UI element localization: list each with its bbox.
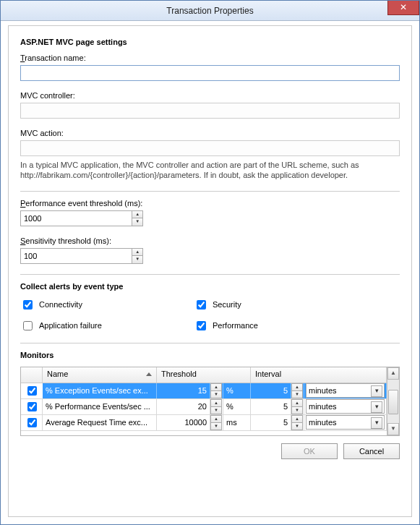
- spin-up-icon[interactable]: ▲: [291, 415, 303, 422]
- row-checkbox-cell: [21, 415, 43, 430]
- ok-button[interactable]: OK: [281, 443, 338, 459]
- close-button[interactable]: ✕: [387, 1, 419, 15]
- check-app-failure[interactable]: Application failure: [20, 319, 194, 333]
- col-name[interactable]: Name: [43, 367, 157, 383]
- separator-1: [20, 191, 400, 192]
- spinner-buttons[interactable]: ▲▼: [132, 211, 142, 226]
- row-threshold-value[interactable]: 15: [157, 383, 210, 398]
- spin-up-icon[interactable]: ▲: [132, 249, 142, 257]
- interval-unit-dropdown[interactable]: minutes: [306, 399, 385, 414]
- row-checkbox[interactable]: [27, 386, 37, 396]
- interval-unit-dropdown[interactable]: minutes: [306, 415, 385, 430]
- row-threshold-spin[interactable]: ▲▼: [210, 383, 223, 398]
- row-name: Average Request Time exc...: [43, 415, 157, 430]
- connectivity-checkbox[interactable]: [23, 300, 33, 310]
- row-threshold-value[interactable]: 20: [157, 399, 210, 414]
- spin-down-icon[interactable]: ▼: [291, 422, 303, 430]
- row-interval-unit[interactable]: minutes: [304, 383, 387, 398]
- row-threshold-spin[interactable]: ▲▼: [210, 415, 223, 430]
- row-interval-spin[interactable]: ▲▼: [291, 399, 304, 414]
- sensitivity-input[interactable]: [21, 249, 132, 263]
- scroll-thumb[interactable]: [388, 390, 398, 414]
- separator-2: [20, 274, 400, 275]
- cancel-button[interactable]: Cancel: [343, 443, 400, 459]
- spin-up-icon[interactable]: ▲: [210, 399, 222, 406]
- row-threshold-value[interactable]: 10000: [157, 415, 210, 430]
- content-panel: ASP.NET MVC page settings Transaction na…: [8, 25, 412, 517]
- spinner-buttons[interactable]: ▲▼: [132, 249, 142, 263]
- close-icon: ✕: [400, 2, 407, 12]
- perf-threshold-label: Performance event threshold (ms):: [20, 199, 400, 208]
- row-interval-spin[interactable]: ▲▼: [291, 383, 304, 398]
- perf-threshold-spinner[interactable]: ▲▼: [20, 210, 143, 226]
- col-checkbox[interactable]: [21, 367, 43, 383]
- spin-up-icon[interactable]: ▲: [132, 211, 142, 219]
- app-failure-checkbox[interactable]: [23, 321, 33, 330]
- check-performance[interactable]: Performance: [194, 319, 367, 333]
- window-title: Transaction Properties: [166, 6, 253, 16]
- check-connectivity[interactable]: Connectivity: [20, 298, 194, 312]
- sensitivity-label: Sensitivity threshold (ms):: [20, 236, 400, 245]
- scroll-track[interactable]: [387, 380, 399, 423]
- row-interval-unit[interactable]: minutes: [304, 415, 387, 430]
- connectivity-label: Connectivity: [39, 300, 82, 309]
- row-threshold-unit: ms: [223, 415, 251, 430]
- spin-down-icon[interactable]: ▼: [210, 390, 222, 398]
- titlebar: Transaction Properties ✕: [1, 1, 419, 21]
- row-interval-unit[interactable]: minutes: [304, 399, 387, 414]
- transaction-name-label: Transaction name:: [20, 54, 400, 62]
- spin-down-icon[interactable]: ▼: [132, 218, 142, 226]
- row-name: % Performance Events/sec ...: [43, 399, 157, 414]
- row-threshold-spin[interactable]: ▲▼: [210, 399, 223, 414]
- scroll-up-icon[interactable]: ▲: [387, 367, 399, 380]
- app-failure-label: Application failure: [39, 321, 102, 330]
- monitors-scrollbar[interactable]: ▲ ▼: [387, 367, 399, 435]
- spin-down-icon[interactable]: ▼: [210, 406, 222, 414]
- row-name: % Exception Events/sec ex...: [43, 383, 157, 398]
- row-interval-spin[interactable]: ▲▼: [291, 415, 304, 430]
- section-monitors-heading: Monitors: [20, 351, 400, 359]
- performance-label: Performance: [213, 321, 258, 330]
- row-threshold-unit: %: [223, 399, 251, 414]
- table-row[interactable]: Average Request Time exc...10000▲▼ms5▲▼m…: [21, 415, 387, 431]
- row-checkbox[interactable]: [27, 402, 37, 411]
- interval-unit-dropdown[interactable]: minutes: [306, 383, 385, 398]
- security-label: Security: [213, 300, 241, 309]
- mvc-help-text: In a typical MVC application, the MVC co…: [20, 161, 400, 181]
- spin-up-icon[interactable]: ▲: [291, 399, 303, 406]
- row-interval-value[interactable]: 5: [251, 399, 291, 414]
- dialog-window: Transaction Properties ✕ ASP.NET MVC pag…: [0, 0, 420, 525]
- scroll-down-icon[interactable]: ▼: [387, 423, 399, 435]
- spin-up-icon[interactable]: ▲: [210, 415, 222, 422]
- monitors-header-row: Name Threshold Interval: [21, 367, 387, 383]
- spin-down-icon[interactable]: ▼: [132, 256, 142, 263]
- row-interval-value[interactable]: 5: [251, 383, 291, 398]
- col-threshold[interactable]: Threshold: [157, 367, 251, 383]
- mvc-action-label: MVC action:: [20, 129, 400, 137]
- monitors-table: Name Threshold Interval % Exception Even…: [20, 367, 400, 436]
- table-row[interactable]: % Performance Events/sec ...20▲▼%5▲▼minu…: [21, 399, 387, 415]
- security-checkbox[interactable]: [197, 300, 206, 310]
- row-interval-value[interactable]: 5: [251, 415, 291, 430]
- performance-checkbox[interactable]: [197, 321, 206, 330]
- transaction-name-input[interactable]: [20, 65, 400, 81]
- section-alerts-heading: Collect alerts by event type: [20, 282, 400, 291]
- spin-down-icon[interactable]: ▼: [291, 390, 303, 398]
- spin-up-icon[interactable]: ▲: [291, 383, 303, 390]
- row-threshold-unit: %: [223, 383, 251, 398]
- row-checkbox-cell: [21, 399, 43, 414]
- spin-up-icon[interactable]: ▲: [210, 383, 222, 390]
- sensitivity-spinner[interactable]: ▲▼: [20, 248, 143, 264]
- check-security[interactable]: Security: [194, 298, 367, 312]
- table-row[interactable]: % Exception Events/sec ex...15▲▼%5▲▼minu…: [21, 383, 387, 399]
- section-mvc-heading: ASP.NET MVC page settings: [20, 38, 400, 46]
- spin-down-icon[interactable]: ▼: [210, 422, 222, 430]
- row-checkbox-cell: [21, 383, 43, 398]
- col-interval[interactable]: Interval: [251, 367, 387, 383]
- mvc-action-input[interactable]: [20, 140, 400, 156]
- spin-down-icon[interactable]: ▼: [291, 406, 303, 414]
- separator-3: [20, 343, 400, 343]
- mvc-controller-input[interactable]: [20, 103, 400, 119]
- row-checkbox[interactable]: [27, 418, 37, 427]
- perf-threshold-input[interactable]: [21, 211, 132, 226]
